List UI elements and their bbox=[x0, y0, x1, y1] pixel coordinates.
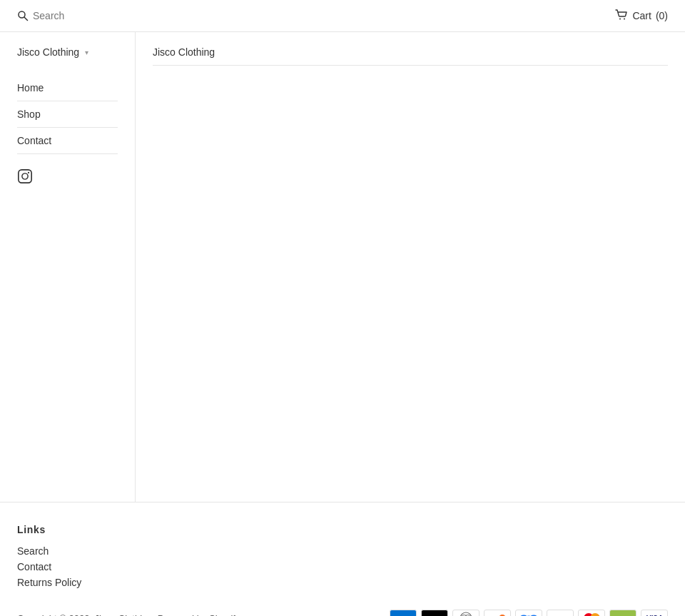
sidebar-nav: Home Shop Contact bbox=[17, 75, 118, 154]
footer-link-search[interactable]: Search bbox=[17, 545, 49, 557]
payment-icons: AMEX Apple DISC bbox=[390, 610, 668, 616]
search-form bbox=[17, 10, 615, 21]
svg-point-5 bbox=[22, 173, 28, 179]
footer-links-list: Search Contact Returns Policy bbox=[17, 545, 668, 588]
instagram-icon bbox=[17, 168, 33, 184]
footer-link-returns[interactable]: Returns Policy bbox=[17, 577, 81, 588]
cart-link[interactable]: Cart (0) bbox=[615, 9, 668, 23]
svg-line-1 bbox=[24, 17, 28, 21]
sidebar-nav-item-contact: Contact bbox=[17, 128, 118, 154]
footer-link-item-contact: Contact bbox=[17, 561, 668, 572]
page-title: Jisco Clothing bbox=[153, 46, 668, 58]
payment-applepay: Apple bbox=[421, 610, 448, 616]
footer-links-section: Links Search Contact Returns Policy bbox=[17, 524, 668, 588]
instagram-link[interactable] bbox=[17, 175, 33, 186]
footer-brand-name: Jisco Clothing bbox=[95, 613, 153, 617]
payment-meta bbox=[515, 610, 542, 616]
svg-point-2 bbox=[619, 18, 621, 19]
sidebar-link-contact[interactable]: Contact bbox=[17, 128, 118, 153]
sidebar-nav-item-shop: Shop bbox=[17, 101, 118, 128]
svg-rect-4 bbox=[19, 170, 31, 183]
sidebar-link-shop[interactable]: Shop bbox=[17, 101, 118, 127]
cart-count: (0) bbox=[656, 10, 668, 21]
cart-icon bbox=[615, 9, 628, 23]
copyright-text: Copyright © 2023, bbox=[17, 613, 92, 617]
sidebar: Jisco Clothing ▾ Home Shop Contact bbox=[0, 32, 136, 502]
svg-point-3 bbox=[624, 18, 625, 19]
payment-discover: DISC bbox=[484, 610, 511, 616]
sidebar-brand[interactable]: Jisco Clothing ▾ bbox=[17, 46, 118, 58]
search-input[interactable] bbox=[33, 10, 176, 21]
sidebar-brand-name: Jisco Clothing bbox=[17, 46, 79, 58]
payment-shopify: Shop bbox=[609, 610, 636, 616]
powered-by-text: Powered by Shopify bbox=[158, 613, 240, 617]
page-title-bar: Jisco Clothing bbox=[153, 46, 668, 66]
payment-mastercard bbox=[578, 610, 605, 616]
payment-googlepay: G Pay bbox=[547, 610, 574, 616]
cart-label: Cart bbox=[632, 10, 651, 21]
chevron-down-icon: ▾ bbox=[85, 49, 88, 56]
footer-link-item-returns: Returns Policy bbox=[17, 577, 668, 588]
footer-link-contact[interactable]: Contact bbox=[17, 561, 51, 572]
footer-bottom: Copyright © 2023, Jisco Clothing. Powere… bbox=[17, 610, 668, 616]
payment-diners bbox=[452, 610, 480, 616]
sidebar-link-home[interactable]: Home bbox=[17, 75, 118, 101]
site-footer: Links Search Contact Returns Policy Copy… bbox=[0, 502, 685, 616]
payment-amex: AMEX bbox=[390, 610, 417, 616]
sidebar-nav-item-home: Home bbox=[17, 75, 118, 101]
main-content: Jisco Clothing bbox=[136, 32, 685, 502]
search-icon bbox=[17, 10, 29, 21]
payment-visa: VISA bbox=[641, 610, 668, 616]
footer-copyright: Copyright © 2023, Jisco Clothing. Powere… bbox=[17, 613, 240, 617]
body-layout: Jisco Clothing ▾ Home Shop Contact bbox=[0, 32, 685, 502]
footer-link-item-search: Search bbox=[17, 545, 668, 557]
site-header: Cart (0) bbox=[0, 0, 685, 32]
svg-point-6 bbox=[28, 172, 29, 173]
footer-links-heading: Links bbox=[17, 524, 668, 535]
sidebar-social bbox=[17, 161, 118, 193]
